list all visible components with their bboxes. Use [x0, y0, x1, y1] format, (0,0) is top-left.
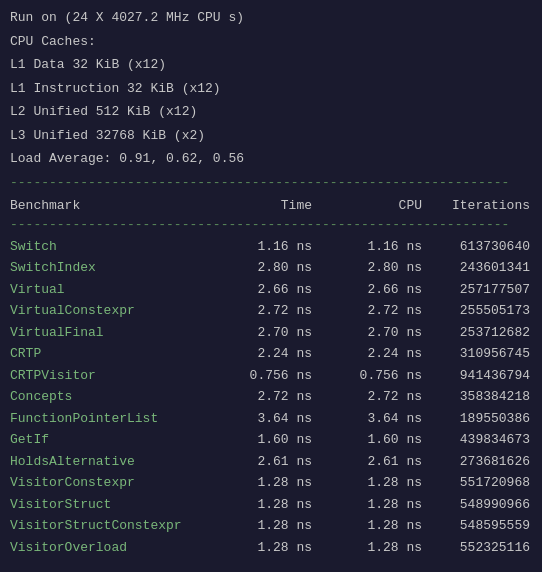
- cell-time: 1.16 ns: [210, 237, 320, 257]
- cell-benchmark: SwitchIndex: [10, 258, 210, 278]
- header-benchmark: Benchmark: [10, 198, 210, 213]
- cell-time: 1.60 ns: [210, 430, 320, 450]
- cell-iterations: 439834673: [430, 430, 530, 450]
- cell-iterations: 310956745: [430, 344, 530, 364]
- benchmark-table: Benchmark Time CPU Iterations ----------…: [10, 196, 532, 559]
- cell-iterations: 548990966: [430, 495, 530, 515]
- cell-iterations: 189550386: [430, 409, 530, 429]
- cell-cpu: 1.28 ns: [320, 538, 430, 558]
- cell-cpu: 1.60 ns: [320, 430, 430, 450]
- header-time: Time: [210, 198, 320, 213]
- cell-time: 2.72 ns: [210, 387, 320, 407]
- info-section: Run on (24 X 4027.2 MHz CPU s) CPU Cache…: [10, 8, 532, 169]
- table-row: HoldsAlternative2.61 ns2.61 ns273681626: [10, 451, 532, 473]
- cell-cpu: 2.70 ns: [320, 323, 430, 343]
- cell-iterations: 257177507: [430, 280, 530, 300]
- cell-cpu: 1.28 ns: [320, 495, 430, 515]
- cell-iterations: 358384218: [430, 387, 530, 407]
- cell-cpu: 2.80 ns: [320, 258, 430, 278]
- cell-time: 2.61 ns: [210, 452, 320, 472]
- cell-cpu: 1.16 ns: [320, 237, 430, 257]
- cell-time: 2.72 ns: [210, 301, 320, 321]
- cell-iterations: 941436794: [430, 366, 530, 386]
- cell-cpu: 3.64 ns: [320, 409, 430, 429]
- l1-data-line: L1 Data 32 KiB (x12): [10, 55, 532, 75]
- load-average-line: Load Average: 0.91, 0.62, 0.56: [10, 149, 532, 169]
- cell-time: 2.70 ns: [210, 323, 320, 343]
- cell-benchmark: VisitorConstexpr: [10, 473, 210, 493]
- cell-cpu: 2.24 ns: [320, 344, 430, 364]
- cell-time: 0.756 ns: [210, 366, 320, 386]
- table-row: VirtualConstexpr2.72 ns2.72 ns255505173: [10, 300, 532, 322]
- cell-time: 1.28 ns: [210, 473, 320, 493]
- cell-benchmark: VirtualConstexpr: [10, 301, 210, 321]
- cell-iterations: 273681626: [430, 452, 530, 472]
- header-cpu: CPU: [320, 198, 430, 213]
- table-divider: ----------------------------------------…: [10, 217, 532, 232]
- table-row: CRTPVisitor0.756 ns0.756 ns941436794: [10, 365, 532, 387]
- cpu-caches-label: CPU Caches:: [10, 32, 532, 52]
- table-row: VirtualFinal2.70 ns2.70 ns253712682: [10, 322, 532, 344]
- table-row: Virtual2.66 ns2.66 ns257177507: [10, 279, 532, 301]
- cell-iterations: 253712682: [430, 323, 530, 343]
- table-row: VisitorOverload1.28 ns1.28 ns552325116: [10, 537, 532, 559]
- cell-time: 2.24 ns: [210, 344, 320, 364]
- cell-iterations: 613730640: [430, 237, 530, 257]
- cell-iterations: 255505173: [430, 301, 530, 321]
- cell-benchmark: HoldsAlternative: [10, 452, 210, 472]
- cell-benchmark: VisitorOverload: [10, 538, 210, 558]
- table-row: SwitchIndex2.80 ns2.80 ns243601341: [10, 257, 532, 279]
- cell-iterations: 548595559: [430, 516, 530, 536]
- cell-cpu: 2.72 ns: [320, 301, 430, 321]
- cell-cpu: 1.28 ns: [320, 516, 430, 536]
- cell-benchmark: CRTP: [10, 344, 210, 364]
- cell-cpu: 1.28 ns: [320, 473, 430, 493]
- l3-unified-line: L3 Unified 32768 KiB (x2): [10, 126, 532, 146]
- table-row: VisitorStructConstexpr1.28 ns1.28 ns5485…: [10, 515, 532, 537]
- cell-time: 1.28 ns: [210, 538, 320, 558]
- top-divider: ----------------------------------------…: [10, 175, 532, 190]
- cell-cpu: 2.72 ns: [320, 387, 430, 407]
- table-row: GetIf1.60 ns1.60 ns439834673: [10, 429, 532, 451]
- cell-iterations: 552325116: [430, 538, 530, 558]
- table-row: Concepts2.72 ns2.72 ns358384218: [10, 386, 532, 408]
- cell-benchmark: FunctionPointerList: [10, 409, 210, 429]
- cell-benchmark: GetIf: [10, 430, 210, 450]
- table-row: VisitorStruct1.28 ns1.28 ns548990966: [10, 494, 532, 516]
- table-header-row: Benchmark Time CPU Iterations: [10, 196, 532, 215]
- cell-cpu: 0.756 ns: [320, 366, 430, 386]
- cell-benchmark: VisitorStructConstexpr: [10, 516, 210, 536]
- cell-benchmark: VirtualFinal: [10, 323, 210, 343]
- cell-iterations: 243601341: [430, 258, 530, 278]
- run-on-line: Run on (24 X 4027.2 MHz CPU s): [10, 8, 532, 28]
- table-rows: Switch1.16 ns1.16 ns613730640SwitchIndex…: [10, 236, 532, 559]
- cell-time: 2.66 ns: [210, 280, 320, 300]
- cell-iterations: 551720968: [430, 473, 530, 493]
- cell-cpu: 2.66 ns: [320, 280, 430, 300]
- table-row: FunctionPointerList3.64 ns3.64 ns1895503…: [10, 408, 532, 430]
- cell-benchmark: CRTPVisitor: [10, 366, 210, 386]
- l1-instruction-line: L1 Instruction 32 KiB (x12): [10, 79, 532, 99]
- cell-time: 2.80 ns: [210, 258, 320, 278]
- cell-time: 1.28 ns: [210, 495, 320, 515]
- cell-benchmark: Virtual: [10, 280, 210, 300]
- cell-benchmark: Switch: [10, 237, 210, 257]
- l2-unified-line: L2 Unified 512 KiB (x12): [10, 102, 532, 122]
- cell-cpu: 2.61 ns: [320, 452, 430, 472]
- table-row: Switch1.16 ns1.16 ns613730640: [10, 236, 532, 258]
- table-row: CRTP2.24 ns2.24 ns310956745: [10, 343, 532, 365]
- header-iterations: Iterations: [430, 198, 530, 213]
- cell-time: 1.28 ns: [210, 516, 320, 536]
- cell-time: 3.64 ns: [210, 409, 320, 429]
- cell-benchmark: Concepts: [10, 387, 210, 407]
- table-row: VisitorConstexpr1.28 ns1.28 ns551720968: [10, 472, 532, 494]
- cell-benchmark: VisitorStruct: [10, 495, 210, 515]
